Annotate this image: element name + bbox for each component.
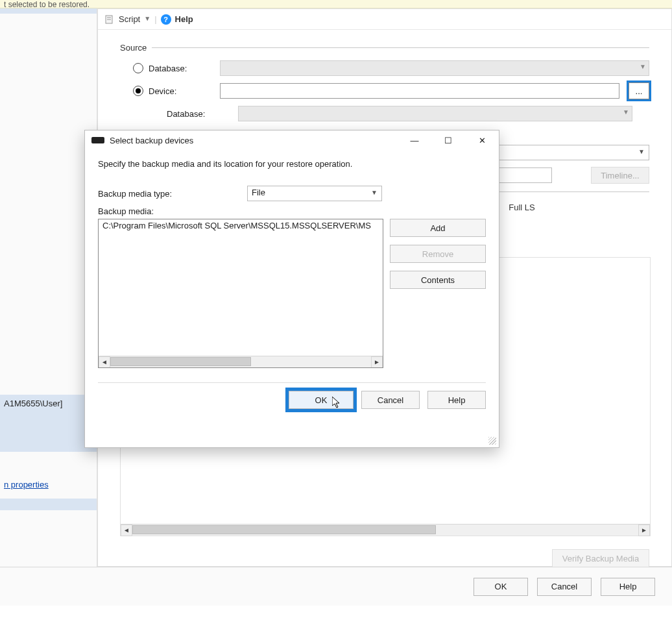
toolbar: Script ▼ | ? Help [98,9,671,30]
radio-source-database[interactable] [133,63,143,73]
dialog-title: Select backup devices [110,136,395,145]
dialog-ok-label: OK [315,395,328,405]
verify-backup-button: Verify Backup Media [552,549,649,567]
chevron-down-icon: ▼ [640,63,646,70]
script-button[interactable]: Script [119,14,140,24]
resize-grip-icon[interactable] [488,437,496,445]
scroll-left-icon[interactable]: ◄ [99,356,110,368]
media-hscroll[interactable]: ◄ ► [99,356,383,367]
left-selection-top [0,8,97,14]
backup-media-item[interactable]: C:\Program Files\Microsoft SQL Server\MS… [99,219,383,232]
label-backup-media: Backup media: [98,206,154,216]
label-source-database: Database: [149,64,220,73]
left-selection-bottom [0,499,97,510]
toolbar-separator: | [154,14,156,24]
svg-marker-3 [332,397,339,408]
main-ok-button[interactable]: OK [474,578,528,596]
scroll-right-icon[interactable]: ► [371,356,383,368]
connection-user-text: A1M5655\User] [4,399,93,408]
cursor-icon [332,397,341,408]
help-button[interactable]: Help [175,14,193,24]
main-cancel-button[interactable]: Cancel [537,578,592,596]
device-path-input[interactable] [220,83,619,99]
minimize-icon[interactable]: — [400,130,429,150]
main-dialog-buttons: OK Cancel Help [0,567,672,606]
maximize-icon[interactable]: ☐ [434,130,462,150]
label-inner-database: Database: [167,109,238,119]
group-divider [152,47,649,48]
dialog-ok-button[interactable]: OK [289,391,354,409]
scroll-left-icon[interactable]: ◄ [121,525,132,536]
label-source-device: Device: [149,86,220,96]
help-icon: ? [161,14,171,25]
backupsets-hscroll[interactable]: ◄ ► [121,524,650,536]
radio-source-device[interactable] [133,86,143,96]
label-media-type: Backup media type: [98,189,247,199]
script-dropdown-icon[interactable]: ▼ [144,15,150,22]
backup-media-list[interactable]: C:\Program Files\Microsoft SQL Server\MS… [98,219,383,368]
dialog-icon [91,137,104,143]
chevron-down-icon: ▼ [638,148,645,155]
script-icon [104,14,115,25]
col-full-lsn: Full LS [509,203,534,212]
select-backup-devices-dialog: Select backup devices — ☐ ✕ Specify the … [84,130,499,448]
info-strip: t selected to be restored. [0,0,672,8]
close-icon[interactable]: ✕ [468,130,496,150]
dialog-help-button[interactable]: Help [427,391,486,409]
remove-button: Remove [390,245,486,263]
chevron-down-icon: ▼ [371,189,378,196]
dialog-instruction: Specify the backup media and its locatio… [98,159,486,169]
media-type-value: File [252,188,265,197]
media-type-combo[interactable]: File ▼ [247,186,382,201]
scroll-track[interactable] [132,525,638,536]
source-group-title: Source [120,43,147,53]
view-properties-link[interactable]: n properties [0,476,97,493]
scroll-thumb[interactable] [132,525,436,534]
chevron-down-icon: ▼ [623,108,629,116]
dialog-cancel-button[interactable]: Cancel [361,391,420,409]
source-database-combo[interactable]: ▼ [220,60,649,76]
main-help-button[interactable]: Help [601,578,655,596]
scroll-thumb[interactable] [110,357,251,366]
connection-block: A1M5655\User] [0,395,97,452]
dialog-divider [98,382,486,383]
timeline-button: Timeline... [591,167,649,184]
scroll-track[interactable] [110,356,371,367]
add-button[interactable]: Add [390,219,486,237]
contents-button[interactable]: Contents [390,271,486,289]
device-browse-button[interactable]: ... [629,82,649,99]
scroll-right-icon[interactable]: ► [638,525,650,536]
inner-database-combo[interactable]: ▼ [238,106,632,121]
left-panel: A1M5655\User] n properties [0,8,97,567]
